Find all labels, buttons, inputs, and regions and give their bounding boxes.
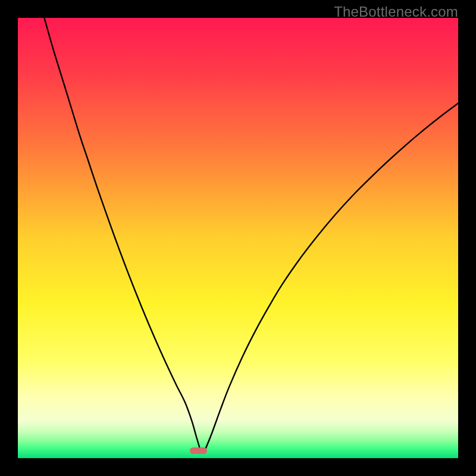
bottleneck-curve-right bbox=[206, 104, 458, 448]
bottleneck-curve bbox=[18, 18, 458, 458]
watermark-text: TheBottleneck.com bbox=[334, 4, 458, 20]
bottleneck-curve-left bbox=[44, 18, 199, 448]
optimal-point-marker bbox=[190, 447, 208, 455]
chart-frame: TheBottleneck.com bbox=[0, 0, 476, 476]
plot-area bbox=[18, 18, 458, 458]
